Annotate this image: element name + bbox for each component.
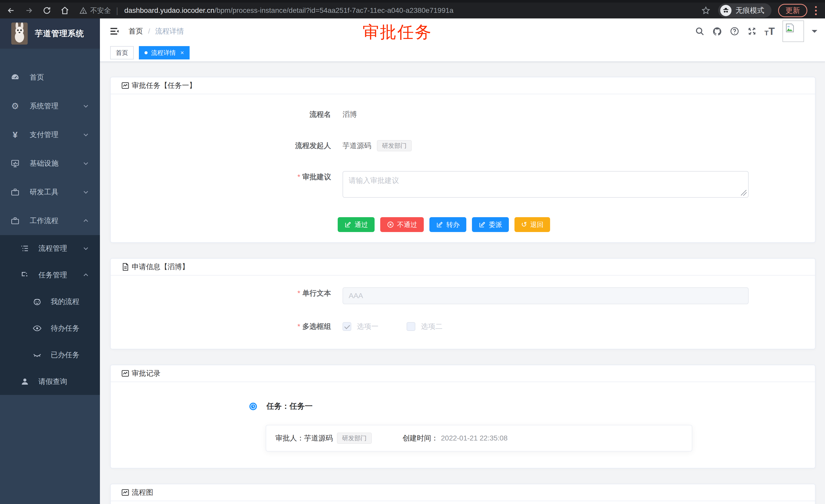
text-field-wrap: AAA: [343, 287, 749, 304]
sidebar-item-label: 流程管理: [39, 244, 67, 253]
sidebar-item-payment[interactable]: ¥ 支付管理: [0, 120, 100, 149]
breadcrumb-separator: /: [148, 27, 150, 35]
search-icon[interactable]: [695, 26, 704, 36]
back-icon[interactable]: [7, 6, 15, 15]
approval-record-card: 审批记录 任务：任务一 审批人： 芋道源码 研发部门 创建时间：: [110, 365, 816, 469]
chevron-down-icon: [82, 189, 89, 195]
reload-icon[interactable]: [43, 6, 51, 15]
process-diagram-card: 流程图: [110, 484, 816, 504]
home-icon[interactable]: [61, 6, 69, 15]
delegate-button[interactable]: 委派: [472, 217, 509, 232]
sidebar-item-task-mgmt[interactable]: 任务管理: [0, 262, 100, 288]
chart-image-icon: [121, 488, 130, 497]
checkbox-option-1[interactable]: 选项一: [343, 321, 378, 332]
sidebar-item-home[interactable]: 首页: [0, 63, 100, 92]
navbar-actions: TT: [695, 20, 817, 42]
tab-process-detail[interactable]: 流程详情 ×: [139, 46, 190, 60]
field-label: 流程名: [121, 108, 331, 120]
github-icon[interactable]: [712, 26, 722, 36]
sidebar-item-label: 请假查询: [39, 377, 67, 387]
transfer-button[interactable]: 转办: [430, 217, 466, 232]
eye-closed-icon: [32, 350, 42, 359]
sidebar: 芋道管理系统 首页 ⚙ 系统管理 ¥ 支付管理: [0, 18, 100, 504]
return-button[interactable]: ↺ 退回: [515, 217, 550, 232]
breadcrumb-current: 流程详情: [155, 26, 184, 36]
required-asterisk: *: [297, 173, 300, 181]
sidebar-item-my-process[interactable]: 我的流程: [0, 288, 100, 315]
page-content: 审批任务【任务一】 流程名 滔博 流程发起人 芋道源码 研发部门: [100, 62, 825, 504]
sidebar-item-devtools[interactable]: 研发工具: [0, 178, 100, 206]
sidebar-item-leave-query[interactable]: 请假查询: [0, 368, 100, 395]
breadcrumb-home[interactable]: 首页: [129, 26, 143, 36]
chevron-down-icon: [82, 245, 89, 252]
timeline-item: 任务：任务一: [249, 401, 805, 412]
sidebar-item-todo-tasks[interactable]: 待办任务: [0, 315, 100, 342]
address-bar[interactable]: dashboard.yudao.iocoder.cn/bpm/process-i…: [124, 6, 453, 15]
incognito-badge: 无痕模式: [718, 3, 771, 18]
reject-button[interactable]: 不通过: [380, 217, 424, 232]
chart-image-icon: [121, 81, 130, 90]
tab-label: 流程详情: [151, 49, 176, 57]
tab-home[interactable]: 首页: [110, 46, 134, 60]
close-icon[interactable]: ×: [180, 49, 184, 56]
flow-node-icon: [20, 270, 30, 280]
card-body: [111, 501, 815, 504]
browser-menu-icon[interactable]: [813, 5, 819, 16]
dept-tag: 研发部门: [337, 432, 372, 444]
eye-open-icon: [32, 324, 42, 333]
card-header: 审批记录: [111, 365, 815, 382]
yen-icon: ¥: [10, 130, 20, 139]
field-label: *审批建议: [121, 171, 331, 183]
sidebar-item-workflow[interactable]: 工作流程: [0, 206, 100, 235]
clock-icon: [249, 402, 257, 411]
forward-icon[interactable]: [24, 6, 33, 15]
card-title: 审批记录: [132, 368, 160, 378]
initiator-name: 芋道源码: [343, 140, 371, 152]
form-row-checkbox: *多选框组 选项一 选项二: [121, 321, 805, 332]
bookmark-star-icon[interactable]: [701, 6, 710, 15]
checkbox-option-2[interactable]: 选项二: [406, 321, 443, 332]
main-area: 首页 / 流程详情 审批任务 TT: [100, 18, 825, 504]
breadcrumb: 首页 / 流程详情: [129, 26, 184, 36]
sidebar-item-label: 研发工具: [30, 187, 58, 197]
app-frame: 芋道管理系统 首页 ⚙ 系统管理 ¥ 支付管理: [0, 18, 825, 504]
update-button[interactable]: 更新: [778, 4, 807, 17]
textarea-resize-handle[interactable]: [741, 190, 747, 196]
required-asterisk: *: [297, 322, 300, 330]
suggestion-field-wrap: 请输入审批建议: [343, 171, 749, 198]
sidebar-item-infra[interactable]: 基础设施: [0, 149, 100, 178]
chevron-down-icon: [82, 103, 89, 109]
active-tab-dot: [145, 51, 148, 54]
help-icon[interactable]: [730, 26, 739, 36]
textarea-placeholder: 请输入审批建议: [349, 176, 399, 184]
field-label: 流程发起人: [121, 140, 331, 152]
fullscreen-icon[interactable]: [747, 26, 757, 36]
font-size-icon[interactable]: TT: [764, 26, 775, 36]
approve-button[interactable]: 通过: [338, 217, 375, 232]
avatar-dropdown-caret[interactable]: [812, 30, 817, 35]
approver-label: 审批人：: [276, 433, 304, 443]
card-title: 审批任务【任务一】: [132, 81, 196, 90]
sidebar-item-label: 我的流程: [51, 297, 79, 307]
avatar[interactable]: [782, 20, 804, 42]
url-path: /bpm/process-instance/detail?id=54aa251f…: [214, 6, 453, 14]
sidebar-toggle-icon[interactable]: [109, 26, 120, 36]
single-line-input[interactable]: AAA: [343, 287, 749, 304]
process-name-value: 滔博: [343, 108, 357, 120]
tree-list-icon: [20, 244, 30, 253]
site-security[interactable]: 不安全: [79, 6, 111, 15]
created-label: 创建时间：: [402, 433, 438, 443]
navbar: 首页 / 流程详情 审批任务 TT: [100, 18, 825, 44]
chevron-down-icon: [82, 160, 89, 167]
url-host: dashboard.yudao.iocoder.cn: [124, 6, 214, 14]
sidebar-item-system[interactable]: ⚙ 系统管理: [0, 92, 100, 120]
approver-name: 芋道源码: [304, 433, 333, 443]
form-row-suggestion: *审批建议 请输入审批建议: [121, 171, 805, 198]
sidebar-item-process-mgmt[interactable]: 流程管理: [0, 235, 100, 262]
suggestion-textarea[interactable]: 请输入审批建议: [343, 171, 749, 198]
approval-task-card: 审批任务【任务一】 流程名 滔博 流程发起人 芋道源码 研发部门: [110, 77, 816, 243]
sidebar-logo[interactable]: 芋道管理系统: [0, 18, 100, 49]
logo-avatar: [11, 22, 28, 45]
address-separator: |: [116, 6, 118, 15]
sidebar-item-done-tasks[interactable]: 已办任务: [0, 342, 100, 368]
